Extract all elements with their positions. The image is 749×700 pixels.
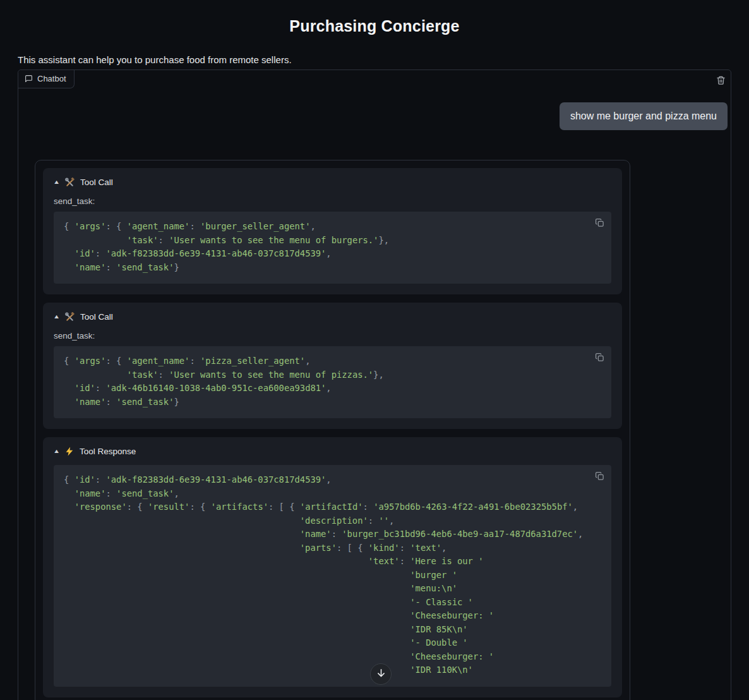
page-title: Purchasing Concierge: [0, 11, 749, 35]
tool-call-title: Tool Call: [80, 178, 113, 187]
tool-call-accordion-header[interactable]: ▲ Tool Call: [54, 312, 611, 322]
copy-button[interactable]: [594, 217, 606, 229]
chatbot-label-text: Chatbot: [37, 74, 66, 83]
tool-name-label: send_task:: [54, 331, 611, 341]
lightning-icon: [65, 447, 74, 456]
bot-message-row: ▲ Tool Call send_task:: [35, 160, 630, 700]
caret-up-icon: ▲: [53, 179, 60, 185]
copy-button[interactable]: [594, 470, 606, 482]
tool-response-code: { 'id': 'adk-f82383dd-6e39-4131-ab46-037…: [64, 473, 601, 677]
chat-bubble-icon: [25, 75, 33, 83]
tool-call-panel-1: ▲ Tool Call send_task:: [43, 168, 622, 294]
tool-response-panel: ▲ Tool Response: [43, 437, 622, 697]
chatbot-panel: Chatbot show me burger and pizza menu ▲: [18, 69, 731, 700]
hammer-wrench-icon: [65, 178, 75, 187]
page-subtitle: This assistant can help you to purchase …: [18, 54, 749, 65]
tool-call-title: Tool Call: [80, 312, 113, 322]
tool-name-label: send_task:: [54, 196, 611, 206]
caret-up-icon: ▲: [53, 314, 60, 320]
copy-icon: [595, 218, 604, 227]
tool-call-panel-2: ▲ Tool Call send_task:: [43, 303, 622, 429]
tool-response-title: Tool Response: [80, 447, 136, 456]
copy-icon: [595, 353, 604, 362]
copy-icon: [595, 471, 604, 481]
caret-up-icon: ▲: [53, 449, 60, 454]
code-block: { 'args': { 'agent_name': 'burger_seller…: [54, 212, 611, 284]
tool-call-code: { 'args': { 'agent_name': 'pizza_seller_…: [64, 354, 601, 409]
page: Purchasing Concierge This assistant can …: [0, 0, 749, 700]
trash-icon: [716, 75, 726, 87]
tool-call-code: { 'args': { 'agent_name': 'burger_seller…: [64, 220, 601, 274]
scroll-to-bottom-button[interactable]: [370, 663, 392, 685]
bot-message-bubble: ▲ Tool Call send_task:: [35, 160, 630, 700]
code-block: { 'id': 'adk-f82383dd-6e39-4131-ab46-037…: [54, 465, 611, 687]
arrow-down-icon: [376, 668, 386, 680]
copy-button[interactable]: [594, 351, 606, 363]
user-message-bubble: show me burger and pizza menu: [560, 102, 728, 130]
tool-response-accordion-header[interactable]: ▲ Tool Response: [54, 447, 611, 456]
hammer-wrench-icon: [65, 312, 75, 322]
clear-chat-button[interactable]: [713, 73, 728, 88]
chatbot-label: Chatbot: [18, 70, 75, 88]
code-block: { 'args': { 'agent_name': 'pizza_seller_…: [54, 346, 611, 418]
tool-call-accordion-header[interactable]: ▲ Tool Call: [54, 178, 611, 187]
user-message-row: show me burger and pizza menu: [560, 102, 728, 130]
